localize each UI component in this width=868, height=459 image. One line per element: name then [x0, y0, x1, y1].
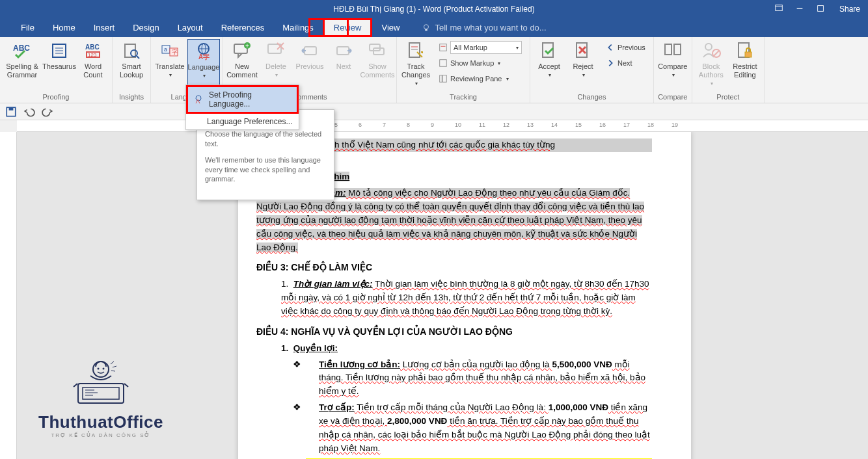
svg-rect-60	[9, 107, 14, 111]
reject-icon	[573, 40, 593, 61]
svg-rect-62	[78, 384, 124, 403]
spelling-button[interactable]: ABC Spelling & Grammar	[3, 39, 42, 92]
svg-rect-40	[409, 43, 420, 57]
reviewing-pane-button[interactable]: Reviewing Pane▾	[436, 72, 524, 86]
tell-me-search[interactable]: Tell me what you want to do...	[422, 18, 546, 37]
reject-button[interactable]: Reject▾	[567, 39, 599, 92]
svg-point-67	[93, 361, 109, 377]
word-count-button[interactable]: ABC123 Word Count	[77, 39, 109, 92]
tab-view[interactable]: View	[372, 18, 409, 37]
group-label-compare: Compare	[657, 92, 689, 103]
tab-layout[interactable]: Layout	[169, 18, 212, 37]
thesaurus-icon	[49, 40, 70, 61]
show-markup-icon	[439, 59, 448, 68]
svg-text:字: 字	[172, 49, 178, 55]
quick-access-bar	[0, 103, 868, 120]
restrict-editing-button[interactable]: Restrict Editing	[729, 39, 761, 92]
thesaurus-button[interactable]: Thesaurus	[43, 39, 75, 92]
spelling-icon: ABC	[12, 40, 33, 61]
maximize-icon[interactable]	[816, 4, 825, 15]
compare-button[interactable]: Compare▾	[657, 39, 689, 92]
tab-insert[interactable]: Insert	[85, 18, 124, 37]
set-proofing-language-item[interactable]: Set Proofing Language...	[186, 85, 299, 114]
new-comment-icon: +	[232, 40, 252, 61]
svg-rect-43	[440, 44, 447, 51]
svg-line-74	[111, 371, 115, 371]
group-label-insights: Insights	[115, 92, 148, 103]
language-button[interactable]: A字 Language▾	[187, 39, 220, 92]
lightbulb-icon	[422, 23, 431, 33]
accept-button[interactable]: Accept▾	[533, 39, 565, 92]
show-comments-icon	[367, 40, 388, 61]
smart-lookup-button[interactable]: Smart Lookup	[115, 39, 148, 92]
svg-rect-45	[440, 60, 447, 67]
prev-change-icon	[606, 43, 615, 52]
track-changes-button[interactable]: Track Changes▾	[400, 39, 432, 92]
svg-rect-0	[776, 5, 783, 10]
tab-references[interactable]: References	[212, 18, 273, 37]
share-button[interactable]: Share	[837, 5, 860, 14]
delete-comment-icon	[265, 40, 286, 61]
undo-icon[interactable]	[23, 106, 35, 118]
save-icon[interactable]	[5, 106, 17, 118]
show-markup-button[interactable]: Show Markup▾	[436, 56, 524, 70]
word-count-icon: ABC123	[83, 40, 103, 61]
group-compare: Compare▾ Compare	[654, 37, 692, 103]
svg-rect-3	[818, 5, 824, 11]
svg-rect-52	[665, 44, 671, 55]
next-change-button[interactable]: Next	[603, 56, 648, 70]
svg-text:a: a	[164, 46, 167, 53]
tab-file[interactable]: File	[12, 18, 44, 37]
markup-combo[interactable]: All Markup▾	[436, 40, 524, 55]
svg-text:ABC: ABC	[85, 44, 100, 51]
horizontal-ruler[interactable]: 12345678910111213141516171819	[17, 120, 868, 132]
next-change-icon	[606, 59, 615, 68]
title-text: HĐLĐ Bùi Thị Giang (1) - Word (Product A…	[333, 5, 534, 14]
vertical-ruler[interactable]	[0, 132, 17, 459]
block-authors-icon	[701, 40, 722, 61]
group-label-protect: Protect	[695, 92, 761, 103]
svg-point-20	[131, 50, 137, 57]
next-comment-button: Next	[327, 39, 360, 92]
svg-point-68	[98, 368, 100, 370]
tab-review[interactable]: Review	[323, 18, 373, 37]
watermark-logo: ThuthuatOffice TRỢ KẾ CỦA DÂN CÔNG SỞ	[26, 351, 176, 438]
translate-button[interactable]: a字 Translate▾	[154, 39, 186, 92]
svg-rect-58	[745, 52, 752, 57]
group-protect: Block Authors▾ Restrict Editing Protect	[692, 37, 765, 103]
track-changes-icon	[405, 40, 426, 61]
svg-rect-10	[426, 29, 428, 31]
tooltip-p2: We'll remember to use this language ever…	[205, 155, 326, 185]
prev-comment-button: Previous	[293, 39, 326, 92]
proofing-lang-icon	[193, 94, 204, 105]
redo-icon[interactable]	[42, 106, 53, 118]
svg-rect-37	[337, 47, 349, 55]
svg-rect-47	[442, 75, 446, 83]
smart-lookup-icon	[121, 40, 142, 61]
svg-text:+: +	[245, 42, 249, 49]
window-controls: Share	[774, 0, 868, 18]
svg-point-61	[196, 96, 201, 101]
tab-mailings[interactable]: Mailings	[273, 18, 323, 37]
prev-change-button[interactable]: Previous	[603, 40, 648, 55]
group-insights: Smart Lookup Insights	[113, 37, 151, 103]
language-icon: A字	[193, 41, 214, 62]
group-label-proofing: Proofing	[3, 92, 109, 103]
svg-line-56	[714, 51, 719, 56]
group-proofing: ABC Spelling & Grammar Thesaurus ABC123 …	[0, 37, 113, 103]
minimize-icon[interactable]	[795, 4, 804, 15]
tab-home[interactable]: Home	[44, 18, 85, 37]
svg-text:123: 123	[88, 52, 97, 58]
language-preferences-item[interactable]: Language Preferences...	[186, 114, 299, 129]
svg-rect-63	[83, 387, 119, 399]
svg-rect-53	[674, 44, 681, 55]
next-comment-icon	[333, 40, 354, 61]
tab-design[interactable]: Design	[124, 18, 168, 37]
markup-combo-icon	[439, 43, 448, 52]
new-comment-button[interactable]: + New Comment	[226, 39, 258, 92]
reviewing-pane-icon	[439, 74, 448, 83]
ribbon-display-icon[interactable]	[774, 4, 783, 15]
group-label-tracking: Tracking	[400, 92, 527, 103]
svg-line-70	[74, 384, 77, 387]
svg-line-21	[137, 56, 139, 59]
